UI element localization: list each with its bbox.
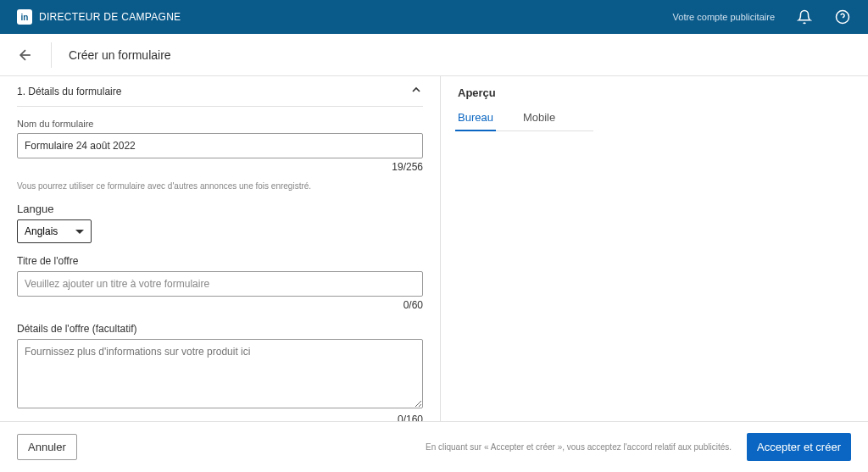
tab-mobile[interactable]: Mobile	[523, 111, 555, 130]
subheader: Créer un formulaire	[0, 34, 868, 76]
offer-details-label: Détails de l'offre (facultatif)	[17, 323, 423, 335]
footer: Annuler En cliquant sur « Accepter et cr…	[0, 421, 868, 472]
offer-details-count: 0/160	[17, 414, 423, 421]
bell-icon[interactable]	[796, 8, 813, 25]
form-panel: 1. Détails du formulaire Nom du formulai…	[0, 76, 441, 421]
form-name-label: Nom du formulaire	[17, 119, 423, 129]
offer-details-group: Détails de l'offre (facultatif) 0/160	[17, 323, 423, 421]
form-name-input[interactable]	[17, 133, 423, 158]
back-button[interactable]	[17, 47, 34, 64]
preview-tabs: Bureau Mobile	[458, 111, 593, 131]
offer-title-label: Titre de l'offre	[17, 255, 423, 267]
accept-create-button[interactable]: Accepter et créer	[747, 433, 851, 461]
divider	[51, 42, 52, 68]
offer-title-group: Titre de l'offre 0/60	[17, 255, 423, 311]
offer-details-textarea[interactable]	[17, 339, 423, 408]
linkedin-logo[interactable]: in	[17, 9, 32, 25]
tab-desktop[interactable]: Bureau	[458, 111, 493, 130]
footer-right: En cliquant sur « Accepter et créer », v…	[426, 433, 851, 461]
section-title: 1. Détails du formulaire	[17, 86, 121, 97]
topbar: in DIRECTEUR DE CAMPAGNE Votre compte pu…	[0, 0, 868, 34]
topbar-left: in DIRECTEUR DE CAMPAGNE	[17, 9, 181, 25]
topbar-right: Votre compte publicitaire	[673, 8, 851, 25]
account-link[interactable]: Votre compte publicitaire	[673, 12, 775, 22]
preview-title: Aperçu	[458, 86, 851, 99]
language-value: Anglais	[25, 225, 58, 237]
preview-panel: Aperçu Bureau Mobile	[441, 76, 868, 421]
main: 1. Détails du formulaire Nom du formulai…	[0, 76, 868, 421]
language-select[interactable]: Anglais	[17, 219, 92, 243]
section-header-details[interactable]: 1. Détails du formulaire	[17, 76, 423, 107]
help-icon[interactable]	[834, 8, 851, 25]
cancel-button[interactable]: Annuler	[17, 434, 77, 460]
language-label: Langue	[17, 203, 423, 215]
language-group: Langue Anglais	[17, 203, 423, 243]
caret-down-icon	[75, 230, 84, 234]
offer-title-input[interactable]	[17, 271, 423, 297]
form-name-group: Nom du formulaire 19/256 Vous pourrez ut…	[17, 119, 423, 191]
brand-title: DIRECTEUR DE CAMPAGNE	[39, 11, 181, 23]
form-name-helper: Vous pourrez utiliser ce formulaire avec…	[17, 181, 423, 191]
chevron-up-icon	[409, 83, 423, 99]
form-name-count: 19/256	[17, 161, 423, 173]
offer-title-count: 0/60	[17, 299, 423, 311]
page-title: Créer un formulaire	[69, 48, 171, 62]
footer-disclaimer: En cliquant sur « Accepter et créer », v…	[426, 442, 732, 452]
